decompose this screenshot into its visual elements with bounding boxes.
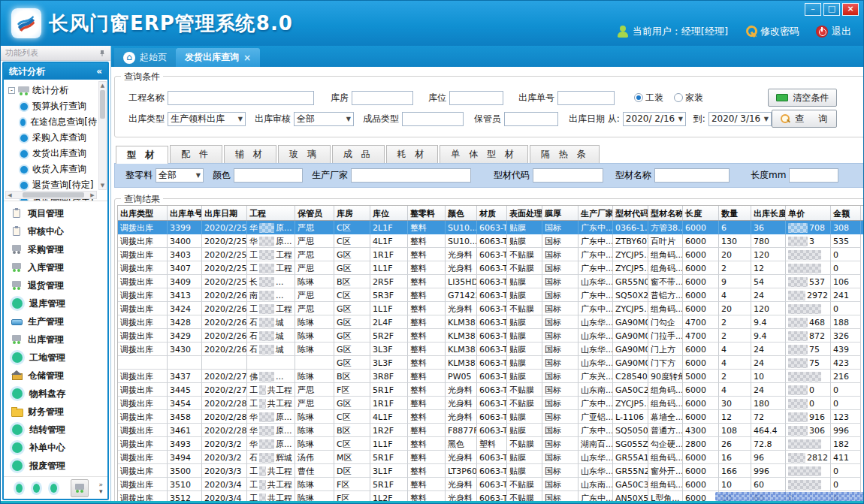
column-header-型材名称[interactable]: 型材名称 [648,206,683,220]
material-tab-成品[interactable]: 成 品 [332,145,385,163]
collapse-icon[interactable]: « [96,66,102,77]
scroll-down-icon[interactable]: ▼ [99,182,106,189]
table-row[interactable]: 调拨出库34932020/3/2华原...陈琳C区1L1F整料黑色塑料不贴膜国标… [118,437,864,451]
module-shortcut-dot[interactable] [33,484,40,493]
table-row[interactable]: 调拨出库34582020/2/28华原...陈琳C区4L1F整料光身料6063-… [118,410,864,424]
table-row[interactable]: 调拨出库34542020/2/28工共工程严思G区1R1F整料光身料6063-T… [118,397,864,410]
material-tab-单体型材[interactable]: 单 体 型 材 [440,145,527,163]
product-type-input[interactable] [402,112,464,126]
overflow-chevron[interactable]: »▾ [99,481,104,495]
statistics-group-bar[interactable]: 统计分析 « [4,63,107,80]
profile-name-input[interactable] [654,168,730,183]
column-header-长度[interactable]: 长度 [683,206,719,220]
column-header-保管员[interactable]: 保管员 [295,206,334,220]
sidebar-module-物料盘存[interactable]: 物料盘存 [11,385,107,403]
keeper-input[interactable] [504,112,558,126]
length-input[interactable] [789,168,838,183]
tab-home[interactable]: ⌂ 起始页 [114,48,176,67]
scroll-right-icon[interactable]: ▶ [89,192,96,198]
column-header-出库长度[interactable]: 出库长度 [751,206,786,220]
tree-item-在途信息查询[待[interactable]: 在途信息查询[待 [8,114,97,130]
warehouse-input[interactable] [352,91,413,105]
table-row[interactable]: 调拨出库34032020/2/25工工程严思G区1R1F整料光身料6063-T5… [118,248,864,261]
table-row[interactable]: 调拨出库34282020/2/26石城陈琳G区2L4F整料KLM38176063… [118,315,864,329]
column-header-出库类型[interactable]: 出库类型 [118,206,168,220]
column-header-整零料[interactable]: 整零料 [408,206,446,220]
close-button[interactable]: × [842,3,859,16]
column-header-出库单号[interactable]: 出库单号 [168,206,202,220]
change-password-button[interactable]: 修改密码 [745,25,799,38]
material-tab-辅材[interactable]: 辅 材 [224,145,276,163]
sidebar-module-生产管理[interactable]: 生产管理 [11,312,107,330]
material-tab-耗材[interactable]: 耗 材 [386,145,439,163]
table-row[interactable]: 调拨出库34452020/2/27工共工程严思F区5R1F整料光身料6063-T… [118,383,864,397]
column-header-生产厂家[interactable]: 生产厂家 [579,206,613,220]
minimize-button[interactable]: – [805,3,821,16]
project-name-input[interactable] [168,91,314,105]
sidebar-module-财务管理[interactable]: 财务管理 [11,403,107,421]
column-header-单价[interactable]: 单价 [786,206,831,220]
sidebar-module-出库管理[interactable]: 出库管理 [11,330,107,349]
column-header-库房[interactable]: 库房 [334,206,370,220]
sidebar-module-退库管理[interactable]: 退库管理 [11,294,107,312]
table-row[interactable]: 调拨出库34072020/2/25工工程严思G区1L1F整料光身料6063-T5… [118,261,864,275]
radio-workwear[interactable]: 工装 [634,92,663,104]
profile-code-input[interactable] [533,168,603,183]
logout-button[interactable]: 退出 [816,25,851,38]
material-tab-配件[interactable]: 配 件 [170,145,222,163]
material-tab-玻璃[interactable]: 玻 璃 [278,145,331,163]
tab-close-icon[interactable]: × [243,53,251,63]
factory-input[interactable] [351,168,471,183]
module-shortcut-cart-button[interactable] [71,479,88,497]
table-row[interactable]: 调拨出库34002020/2/25华原...严思C区4L1F整料SU10...6… [118,234,864,248]
column-header-工程[interactable]: 工程 [247,206,295,220]
table-row[interactable]: 调拨出库35002020/3/3工共工程曹佳D区3L1F整料LT3P606063… [118,464,864,478]
tree-item-发货出库查询[interactable]: 发货出库查询 [8,146,97,161]
sidebar-module-工地管理[interactable]: 工地管理 [11,349,107,367]
table-row[interactable]: G区3L3F整料KLM38176063-T5贴膜国标山东华...GA90M09.… [118,356,864,370]
column-header-颜色[interactable]: 颜色 [446,206,477,220]
table-row[interactable]: 调拨出库34372020/2/27佛...陈琳B区3R8F整料PW056063-… [118,370,864,383]
tree-root[interactable]: - 统计分析 [8,83,97,98]
table-row[interactable]: 调拨出库34292020/2/26石城陈琳G区5R2F整料KLM38176063… [118,329,864,343]
table-row[interactable]: 调拨出库35102020/3/4工共工程陈琳F区5R1F整料光身料6063-T5… [118,478,864,491]
column-header-出库日期[interactable]: 出库日期 [202,206,247,220]
column-header-库位[interactable]: 库位 [370,206,408,220]
tree-expand-icon[interactable]: - [8,87,15,94]
tree-vertical-scrollbar[interactable]: ▲ ▼ [98,81,107,190]
search-button[interactable]: 查 询 [772,110,837,128]
scroll-up-icon[interactable]: ▲ [99,82,106,89]
column-header-金额[interactable]: 金额 [831,206,861,220]
material-tab-隔热条[interactable]: 隔 热 条 [530,145,600,163]
module-shortcut-dot[interactable] [50,484,57,493]
sidebar-module-仓储管理[interactable]: 仓储管理 [11,367,107,385]
part-type-select[interactable]: 全部▼ [156,168,204,183]
sidebar-module-退货管理[interactable]: 退货管理 [11,276,107,294]
sidebar-module-补单中心[interactable]: 补单中心 [11,439,107,457]
column-header-数量[interactable]: 数量 [719,206,751,220]
pin-icon[interactable] [98,50,106,57]
sidebar-module-审核中心[interactable]: 审核中心 [11,222,107,240]
scroll-left-icon[interactable]: ◀ [6,192,14,198]
module-shortcut-dot[interactable] [16,484,23,493]
table-row[interactable]: 调拨出库33992020/2/25华原...严思C区2L1F整料SU10...6… [118,221,864,234]
order-no-input[interactable] [557,91,615,105]
color-input[interactable] [234,168,303,183]
tree-item-采购入库查询[interactable]: 采购入库查询 [8,130,97,146]
sidebar-module-报废管理[interactable]: 报废管理 [11,457,107,475]
maximize-button[interactable]: □ [823,3,840,16]
table-row[interactable]: 调拨出库34092020/2/25长...陈琳B区2R5F整料LI35HD606… [118,275,864,288]
table-row[interactable]: 调拨出库34612020/2/28华原...陈琳B区1R2F整料F8877FT6… [118,424,864,437]
tree-item-收货入库查询[interactable]: 收货入库查询 [8,161,97,177]
table-row[interactable]: 调拨出库34942020/3/2石辉城汤伟M区5R1F整料光身料6063-T5贴… [118,451,864,464]
outbound-type-select[interactable]: 生产领料出库▼ [168,112,246,126]
date-to-select[interactable]: 2020/ 3/16▼ [708,112,772,126]
column-header-表面处理[interactable]: 表面处理 [507,206,542,220]
sidebar-module-采购管理[interactable]: 采购管理 [11,240,107,258]
column-header-材质[interactable]: 材质 [477,206,507,220]
radio-homewear[interactable]: 家装 [674,92,703,104]
tree-scroll-thumb[interactable] [100,90,105,119]
column-header-型材代码[interactable]: 型材代码 [613,206,648,220]
table-row[interactable]: 调拨出库34132020/2/26南...严思C区5R3F整料G71422606… [118,288,864,302]
table-row[interactable]: 调拨出库34242020/2/26工工程严思G区1L1F整料光身料6063-T5… [118,302,864,315]
